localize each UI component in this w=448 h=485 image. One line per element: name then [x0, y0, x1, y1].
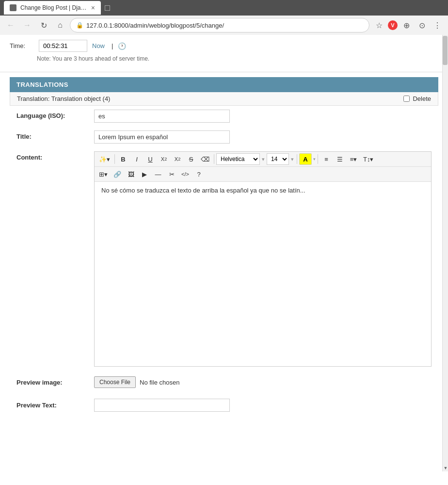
new-tab-icon[interactable]: □ — [101, 3, 114, 13]
page-content: Time: Now | 🕐 Note: You are 3 hours ahea… — [0, 35, 448, 417]
link-button[interactable]: 🔗 — [111, 168, 124, 180]
title-label: Title: — [16, 130, 94, 140]
choose-file-button[interactable]: Choose File — [94, 376, 136, 388]
magic-button[interactable]: ✨▾ — [96, 153, 112, 165]
eraser-button[interactable]: ⌫ — [198, 153, 212, 165]
translations-header: TRANSLATIONS — [10, 77, 438, 92]
home-button[interactable]: ⌂ — [53, 18, 67, 32]
hr-button[interactable]: — — [152, 168, 164, 180]
translation-sub-header: Translation: Translation object (4) Dele… — [10, 92, 438, 106]
highlight-button[interactable]: A — [299, 153, 312, 165]
account-icon[interactable]: ⊙ — [415, 18, 429, 32]
code-button[interactable]: </> — [179, 168, 192, 180]
toolbar-row2: ⊞▾ 🔗 🖼 ▶ — ✂ </> ? — [95, 167, 431, 182]
preview-image-label: Preview image: — [16, 379, 94, 386]
language-label: Language (ISO): — [16, 110, 94, 119]
url-text: 127.0.0.1:8000/admin/weblog/blogpost/5/c… — [86, 22, 363, 29]
bold-button[interactable]: B — [117, 153, 129, 165]
clock-icon[interactable]: 🕐 — [118, 42, 126, 50]
underline-button[interactable]: U — [144, 153, 157, 165]
favicon-icon — [10, 4, 16, 11]
now-link[interactable]: Now — [92, 42, 105, 49]
address-bar[interactable]: 🔒 127.0.0.1:8000/admin/weblog/blogpost/5… — [70, 18, 369, 32]
bookmark-icon[interactable]: ☆ — [372, 18, 386, 32]
editor-wrapper: ✨▾ B I U X2 X2 S ⌫ Helvetica Arial Times… — [94, 151, 432, 367]
time-label: Time: — [10, 42, 34, 49]
scrollbar-thumb[interactable] — [443, 36, 448, 65]
language-row: Language (ISO): — [10, 106, 438, 127]
editor-content: No sé cómo se traduzca el texto de arrib… — [101, 187, 305, 194]
time-row: Time: Now | 🕐 — [10, 40, 448, 52]
active-tab[interactable]: Change Blog Post | Djan… × — [4, 1, 101, 15]
nav-actions: ☆ V ⊕ ⊙ ⋮ — [372, 18, 444, 32]
toolbar-row1: ✨▾ B I U X2 X2 S ⌫ Helvetica Arial Times… — [95, 152, 431, 167]
extension-icon[interactable]: ⊕ — [400, 18, 413, 32]
delete-checkbox[interactable] — [403, 96, 410, 102]
translation-title: Translation: Translation object (4) — [17, 95, 110, 102]
tab-title: Change Blog Post | Djan… — [20, 4, 87, 11]
separator3 — [297, 154, 297, 164]
time-note: Note: You are 3 hours ahead of server ti… — [37, 55, 149, 62]
subscript-button[interactable]: X2 — [171, 153, 184, 165]
delete-label: Delete — [413, 95, 431, 102]
text-direction-button[interactable]: T↕▾ — [361, 153, 376, 165]
separator1 — [114, 154, 115, 164]
video-button[interactable]: ▶ — [138, 168, 151, 180]
title-row: Title: — [10, 127, 438, 147]
file-input-area: Choose File No file chosen — [94, 376, 179, 388]
italic-button[interactable]: I — [130, 153, 143, 165]
tab-bar: Change Blog Post | Djan… × □ — [0, 0, 448, 16]
vivaldi-icon[interactable]: V — [388, 20, 398, 30]
font-select[interactable]: Helvetica Arial Times New Roman — [216, 153, 260, 165]
separator4 — [318, 154, 318, 164]
align-button[interactable]: ≡▾ — [347, 153, 360, 165]
scrollbar[interactable]: ▲ ▼ — [442, 35, 448, 417]
strikethrough-button[interactable]: S — [185, 153, 197, 165]
superscript-button[interactable]: X2 — [158, 153, 170, 165]
divider — [0, 72, 448, 72]
ordered-list-button[interactable]: ☰ — [334, 153, 346, 165]
content-label: Content: — [16, 151, 94, 161]
title-field — [94, 130, 432, 144]
forward-button[interactable]: → — [20, 18, 34, 32]
title-input[interactable] — [94, 130, 230, 144]
unordered-list-button[interactable]: ≡ — [320, 153, 333, 165]
preview-image-row: Preview image: Choose File No file chose… — [10, 371, 438, 394]
close-tab-icon[interactable]: × — [91, 4, 95, 12]
time-input[interactable] — [39, 40, 87, 52]
reload-button[interactable]: ↻ — [37, 18, 50, 32]
image-button[interactable]: 🖼 — [125, 168, 137, 180]
scissors-button[interactable]: ✂ — [165, 168, 178, 180]
preview-text-input[interactable] — [94, 399, 230, 412]
menu-icon[interactable]: ⋮ — [431, 18, 444, 32]
separator2 — [214, 154, 214, 164]
lock-icon: 🔒 — [76, 22, 83, 29]
table-button[interactable]: ⊞▾ — [96, 168, 110, 180]
delete-area: Delete — [403, 95, 431, 102]
no-file-text: No file chosen — [140, 379, 179, 386]
content-row: Content: ✨▾ B I U X2 X2 S ⌫ Helvetica — [10, 147, 438, 371]
size-select[interactable]: 14 12 16 — [267, 153, 289, 165]
language-input[interactable] — [94, 110, 230, 123]
editor-body[interactable]: No sé cómo se traduzca el texto de arrib… — [95, 182, 431, 366]
preview-text-label: Preview Text: — [16, 402, 94, 409]
preview-text-row: Preview Text: — [10, 394, 438, 417]
back-button[interactable]: ← — [4, 18, 17, 32]
language-field — [94, 110, 432, 123]
nav-bar: ← → ↻ ⌂ 🔒 127.0.0.1:8000/admin/weblog/bl… — [0, 16, 448, 35]
help-button[interactable]: ? — [192, 168, 205, 180]
